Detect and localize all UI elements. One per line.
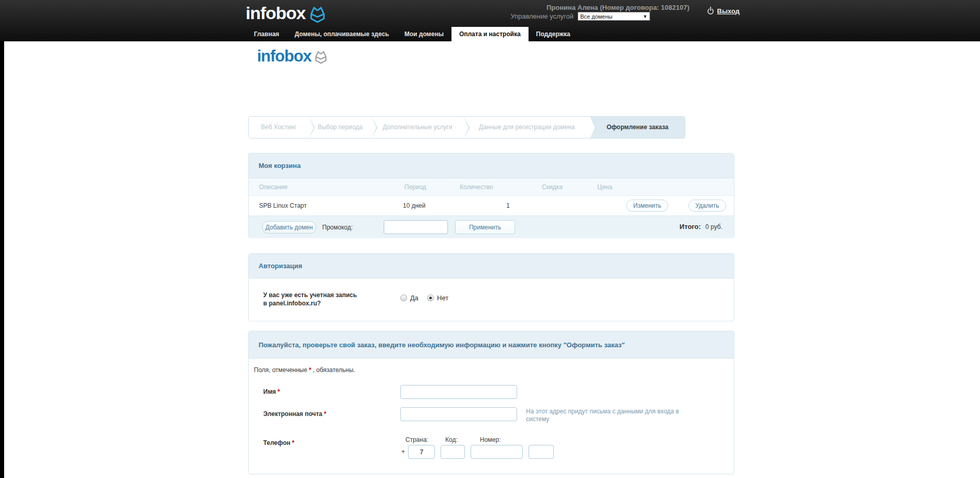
service-management-row: Управление услугой Все домены ▼ [510,12,650,21]
question-line-2: в panel.infobox.ru? [263,299,357,307]
step-period-selection[interactable]: Выбор периода [309,117,372,138]
box-cube-icon-gray [314,47,328,66]
select-arrow-icon: ▼ [643,14,647,19]
logout-button[interactable]: Выход [707,7,740,15]
radio-yes-label: Да [410,294,418,302]
cart-panel-title: Моя корзина [249,153,734,178]
phone-extension-input[interactable] [529,445,554,459]
apply-promo-button[interactable]: Применить [455,220,515,234]
order-wizard-steps: Веб Хостинг Выбор периода Дополнительные… [248,116,685,138]
name-field-label: Имя* [263,388,281,395]
add-domain-button[interactable]: Добавить домен [262,221,316,234]
edit-item-button[interactable]: Изменить [626,199,668,212]
nav-tab-support[interactable]: Поддержка [529,27,578,41]
email-label-text: Электронная почта [263,410,322,418]
cart-item-period: 10 дней [403,202,426,209]
step-additional-services[interactable]: Дополнительные услуги [371,117,463,138]
email-required-asterisk: * [324,410,326,418]
required-note-suffix: , обязательны. [313,366,355,374]
radio-no-label: Нет [437,294,448,302]
radio-no-circle[interactable] [427,295,434,301]
question-line-1: У вас уже есть учетная запись [263,291,357,299]
column-period: Период [404,183,426,191]
radio-yes-circle[interactable] [400,295,407,301]
nav-tab-domains-paid-here[interactable]: Домены, оплачиваемые здесь [287,27,397,41]
cart-item-quantity: 1 [506,202,510,209]
phone-country-label: Страна: [405,436,428,443]
phone-required-asterisk: * [292,439,294,446]
box-cube-icon [309,3,326,25]
column-quantity: Количество [460,183,493,191]
nav-tab-payment-settings[interactable]: Оплата и настройка [451,27,529,41]
top-header: infobox Пронина Алена (Номер договора: 1… [0,0,980,41]
phone-country-input[interactable] [408,445,435,459]
name-label-text: Имя [263,388,276,395]
radio-option-yes[interactable]: Да [400,294,418,302]
nav-tab-my-domains[interactable]: Мои домены [397,27,451,41]
name-required-asterisk: * [278,388,280,395]
name-input[interactable] [400,385,517,399]
content-logo-text: infobox [257,47,311,66]
total-value: 0 руб. [705,223,722,230]
content-logo[interactable]: infobox [257,47,328,66]
required-asterisk: * [309,366,311,374]
phone-plus-sign: + [401,448,405,455]
account-exists-question: У вас уже есть учетная запись в panel.in… [263,291,357,307]
step-web-hosting[interactable]: Веб Хостинг [249,117,309,138]
email-hint-text: На этот адрес придут письма с данными дл… [526,408,697,423]
order-form-panel: Пожалуйста, проверьте свой заказ, введит… [248,331,734,474]
phone-number-label: Номер: [480,436,501,443]
promo-code-input[interactable] [384,220,448,234]
email-field-label: Электронная почта* [263,410,328,418]
domain-select-value: Все домены [580,13,612,20]
power-icon [707,8,714,14]
domain-select[interactable]: Все домены ▼ [578,12,650,21]
phone-code-input[interactable] [441,445,465,459]
required-fields-note: Поля, отмеченные*, обязательны. [254,366,355,374]
authorization-panel: Авторизация У вас уже есть учетная запис… [248,253,734,321]
column-discount: Скидка [542,183,563,191]
required-note-prefix: Поля, отмеченные [254,366,307,374]
nav-tab-home[interactable]: Главная [246,27,287,41]
service-management-label: Управление услугой [510,12,574,20]
column-description: Описание [259,183,288,191]
order-form-title: Пожалуйста, проверьте свой заказ, введит… [249,331,734,359]
user-account-info: Пронина Алена (Номер договора: 1082107) [547,4,689,11]
delete-item-button[interactable]: Удалить [688,199,726,212]
radio-option-no[interactable]: Нет [427,294,448,302]
phone-field-label: Телефон* [263,439,296,446]
column-price: Цена [597,183,612,191]
step-domain-registration-data[interactable]: Данные для регистрации домена [463,117,590,138]
phone-label-text: Телефон [263,439,290,446]
email-input[interactable] [400,407,517,421]
step-order-checkout: Оформление заказа [590,117,685,138]
cart-item-description: SPB Linux Старт [259,202,307,209]
cart-panel: Моя корзина Описание Период Количество С… [248,153,734,238]
authorization-panel-title: Авторизация [249,254,734,279]
cart-total: Итого: 0 руб. [680,223,722,230]
promo-code-label: Промокод: [322,224,353,231]
cart-table-row: SPB Linux Старт 10 дней 1 Изменить Удали… [249,196,734,215]
header-logo[interactable]: infobox [246,3,326,25]
cart-table-header: Описание Период Количество Скидка Цена [249,178,734,196]
header-logo-text: infobox [246,3,306,23]
main-navigation: Главная Домены, оплачиваемые здесь Мои д… [246,27,578,41]
logout-label: Выход [717,7,740,15]
total-label: Итого: [680,223,701,230]
phone-code-label: Код: [445,436,458,443]
checkout-page: infobox Пронина Алена (Номер договора: 1… [0,0,980,478]
cart-footer: Добавить домен Промокод: Применить Итого… [249,215,734,238]
window-edge-strip [0,0,4,478]
phone-number-input[interactable] [471,445,523,459]
account-exists-options: Да Нет [400,294,448,302]
